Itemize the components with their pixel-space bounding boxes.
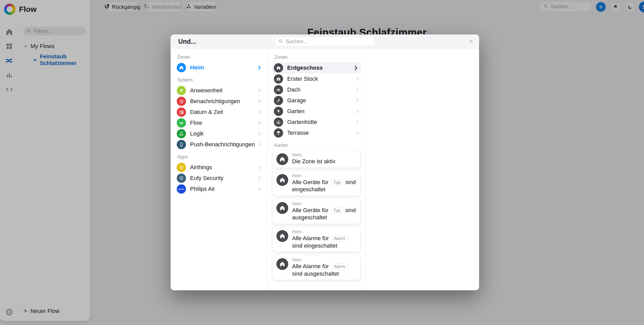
section-label: Zonen [274, 55, 366, 60]
condition-card-geraete-ausgeschaltet[interactable]: Heim Alle Geräte für Typ sind ausgeschal… [273, 199, 360, 224]
category-item-anwesenheit[interactable]: Anwesenheit [171, 85, 267, 96]
modal-search[interactable] [275, 37, 375, 46]
token-chip[interactable]: Alarm [331, 235, 348, 242]
search-icon [278, 39, 283, 44]
chevron-right-icon [257, 175, 262, 181]
chevron-right-icon [355, 98, 360, 103]
alarm-bell-icon [177, 97, 186, 106]
category-item-airthings[interactable]: Airthings [171, 162, 267, 173]
zone-column: Zonen Erdgeschoss Erster Stock [268, 49, 366, 290]
umbrella-icon [274, 128, 283, 138]
condition-card-alarme-eingeschaltet[interactable]: Heim Alle Alarme für Alarm sind eingesch… [273, 227, 360, 252]
chevron-right-icon [257, 98, 262, 104]
home-icon [276, 230, 288, 242]
chevron-right-icon [353, 65, 359, 71]
home-icon [276, 153, 288, 165]
category-column: Zonen Heim System Anwesenheit [171, 49, 268, 290]
zone-item-dach[interactable]: Dach [268, 84, 366, 95]
chevron-right-icon [257, 186, 262, 192]
home-icon [276, 202, 288, 214]
first-floor-icon [274, 74, 283, 84]
chevron-right-icon [257, 165, 262, 170]
calendar-clock-icon [177, 107, 186, 117]
category-item-push-benachrichtigungen[interactable]: Push-Benachrichtigungen [171, 139, 267, 150]
category-item-philips-air[interactable]: PHILIPS Philips Air [171, 184, 267, 194]
condition-card-geraete-eingeschaltet[interactable]: Heim Alle Geräte für Typ sind eingeschal… [273, 171, 360, 196]
zone-item-gartenhuette[interactable]: Gartenhütte [268, 117, 366, 128]
category-item-flow[interactable]: Flow [171, 118, 267, 128]
zone-item-garten[interactable]: Garten [268, 106, 366, 117]
chevron-right-icon [256, 65, 262, 71]
condition-card-zone-aktiv[interactable]: Heim Die Zone ist aktiv [273, 150, 360, 168]
modal-search-input[interactable] [285, 38, 363, 45]
zone-item-terrasse[interactable]: Terrasse [268, 128, 366, 138]
chevron-right-icon [355, 87, 360, 93]
section-label: Zonen [177, 55, 267, 60]
category-item-datum-zeit[interactable]: Datum & Zeit [171, 107, 267, 118]
presence-icon [177, 86, 186, 95]
token-chip[interactable]: Typ [331, 207, 343, 214]
token-chip[interactable]: Alarm [331, 263, 348, 270]
close-icon[interactable]: × [469, 38, 473, 45]
roof-icon [274, 85, 283, 94]
chevron-right-icon [257, 142, 262, 147]
detail-column [366, 49, 479, 290]
chevron-right-icon [355, 119, 360, 125]
shield-icon [177, 174, 186, 183]
modal-header: Und... × [171, 34, 479, 49]
section-label: Apps [177, 154, 267, 160]
card-picker-modal: Und... × Zonen Heim [171, 34, 479, 290]
airthings-logo-icon [177, 163, 186, 172]
chevron-right-icon [257, 131, 262, 137]
phone-icon [177, 140, 186, 149]
ground-floor-icon [274, 63, 283, 73]
chevron-right-icon [355, 130, 360, 136]
zone-item-erdgeschoss[interactable]: Erdgeschoss [272, 62, 361, 74]
logic-blocks-icon [177, 129, 186, 138]
condition-card-alarme-ausgeschaltet[interactable]: Heim Alle Alarme für Alarm sind ausgesch… [273, 255, 360, 280]
token-chip[interactable]: Typ [331, 179, 343, 186]
home-icon [276, 174, 288, 186]
svg-text:PHILIPS: PHILIPS [178, 188, 184, 190]
flow-icon [177, 118, 186, 128]
card-list: Heim Die Zone ist aktiv Heim Alle Geräte… [268, 150, 366, 280]
section-label: Karten [274, 143, 366, 148]
hammer-icon [274, 96, 283, 105]
chevron-right-icon [355, 109, 360, 114]
section-label: System [177, 77, 267, 83]
home-icon [276, 258, 288, 270]
chevron-right-icon [257, 109, 262, 115]
zone-item-erster-stock[interactable]: Erster Stock [268, 74, 366, 84]
category-item-heim[interactable]: Heim [171, 62, 267, 73]
chevron-right-icon [257, 120, 262, 126]
chevron-right-icon [257, 88, 262, 93]
modal-title: Und... [178, 38, 196, 45]
category-item-eufy-security[interactable]: Eufy Security [171, 173, 267, 184]
category-item-logik[interactable]: Logik [171, 128, 267, 139]
flower-icon [274, 107, 283, 116]
category-item-benachrichtigungen[interactable]: Benachrichtigungen [171, 96, 267, 107]
zone-item-garage[interactable]: Garage [268, 95, 366, 106]
philips-logo-icon: PHILIPS [177, 184, 186, 194]
chevron-right-icon [355, 76, 360, 82]
shed-icon [274, 118, 283, 127]
home-icon [177, 63, 186, 72]
